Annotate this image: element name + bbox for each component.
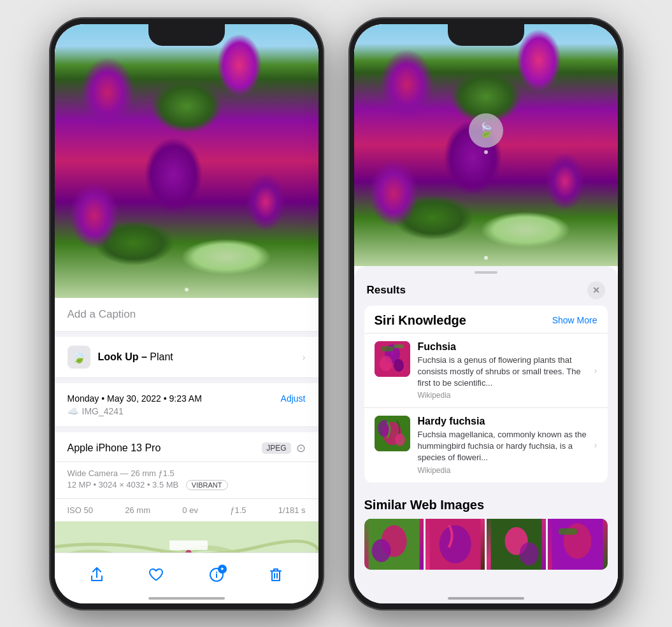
phone-1-screen: Add a Caption 🍃 Look Up – Plant › Monday (55, 24, 318, 603)
camera-section: Apple iPhone 13 Pro JPEG ⊙ Wide Camera —… (55, 432, 318, 521)
fuchsia-text: Fuchsia Fuchsia is a genus of flowering … (418, 341, 589, 400)
knowledge-item-hardy[interactable]: Hardy fuchsia Fuchsia magellanica, commo… (364, 407, 608, 483)
adjust-button[interactable]: Adjust (281, 393, 306, 404)
similar-image-1[interactable] (364, 519, 424, 570)
camera-header: Apple iPhone 13 Pro JPEG ⊙ (55, 432, 318, 462)
exposure-value: 0 ev (182, 505, 198, 515)
section-header: Siri Knowledge Show More (364, 306, 608, 333)
close-button[interactable]: ✕ (587, 281, 605, 299)
flower-photo-1[interactable] (55, 24, 318, 298)
fuchsia-source: Wikipedia (418, 391, 589, 400)
photo-dot-1 (185, 288, 189, 292)
fuchsia-description: Fuchsia is a genus of flowering plants t… (418, 355, 589, 390)
aperture-value: ƒ1.5 (230, 505, 246, 515)
info-scroll[interactable]: Add a Caption 🍃 Look Up – Plant › Monday (55, 298, 318, 553)
home-indicator-1 (148, 597, 225, 600)
phone-2: 🍃 Results ✕ (349, 18, 623, 610)
format-badge: JPEG (262, 442, 290, 454)
similar-images-grid (364, 519, 608, 570)
caption-area[interactable]: Add a Caption (55, 298, 318, 332)
results-content: Siri Knowledge Show More (354, 306, 618, 603)
hardy-chevron-icon: › (594, 440, 597, 450)
lens-spec: Wide Camera — 26 mm ƒ1.5 (68, 468, 306, 478)
show-more-button[interactable]: Show More (552, 315, 597, 325)
hardy-description: Fuchsia magellanica, commonly known as t… (418, 429, 589, 464)
siri-knowledge-title: Siri Knowledge (375, 313, 466, 328)
similar-image-2[interactable] (425, 519, 485, 570)
similar-images-title: Similar Web Images (364, 493, 608, 519)
vibrant-badge: VIBRANT (186, 480, 228, 490)
info-button[interactable]: ✦ (209, 567, 224, 582)
svg-point-8 (394, 359, 404, 372)
knowledge-item-fuchsia[interactable]: Fuchsia Fuchsia is a genus of flowering … (364, 333, 608, 408)
share-button[interactable] (90, 567, 104, 582)
svg-point-17 (371, 539, 390, 562)
svg-rect-25 (559, 528, 578, 535)
filename-row: ☁️ IMG_4241 (68, 406, 306, 416)
flower-photo-2[interactable]: 🍃 (354, 24, 618, 266)
results-header: Results ✕ (354, 274, 618, 306)
date-section: Monday • May 30, 2022 • 9:23 AM Adjust ☁… (55, 383, 318, 427)
date-text: Monday • May 30, 2022 • 9:23 AM (68, 393, 202, 404)
similar-image-4[interactable] (548, 519, 607, 570)
phone-1-content: Add a Caption 🍃 Look Up – Plant › Monday (55, 24, 318, 603)
delete-button[interactable] (269, 567, 283, 582)
fuchsia-name: Fuchsia (418, 341, 589, 353)
phone-2-notch (448, 24, 524, 46)
resolution-spec: 12 MP • 3024 × 4032 • 3.5 MB VIBRANT (68, 480, 306, 490)
fuchsia-chevron-icon: › (594, 365, 597, 376)
hardy-name: Hardy fuchsia (418, 416, 589, 427)
date-row: Monday • May 30, 2022 • 9:23 AM Adjust (68, 393, 306, 404)
info-badge: ✦ (218, 565, 227, 574)
siri-indicator-dot (484, 150, 488, 154)
exif-row: ISO 50 26 mm 0 ev ƒ1.5 1/181 s (55, 499, 318, 521)
similar-image-3[interactable] (487, 519, 546, 570)
siri-vision-icon: 🍃 (68, 346, 90, 369)
siri-visual-lookup-button[interactable]: 🍃 (469, 113, 503, 148)
camera-specs: Wide Camera — 26 mm ƒ1.5 12 MP • 3024 × … (55, 462, 318, 499)
phones-container: Add a Caption 🍃 Look Up – Plant › Monday (50, 18, 623, 610)
svg-point-14 (395, 433, 405, 446)
home-indicator-2 (448, 597, 524, 600)
favorite-button[interactable] (148, 568, 164, 582)
svg-point-22 (520, 542, 539, 565)
svg-point-7 (380, 356, 392, 371)
flower-photo-1-inner (55, 24, 318, 298)
svg-point-19 (439, 525, 471, 563)
svg-rect-10 (394, 344, 404, 348)
results-sheet: Results ✕ Siri Knowledge Show More (354, 266, 618, 603)
hardy-text: Hardy fuchsia Fuchsia magellanica, commo… (418, 416, 589, 475)
hardy-thumbnail (375, 416, 410, 451)
filename-text: IMG_4241 (82, 406, 124, 416)
phone-2-content: 🍃 Results ✕ (354, 24, 618, 603)
phone-1: Add a Caption 🍃 Look Up – Plant › Monday (50, 18, 324, 610)
focal-value: 26 mm (125, 505, 150, 515)
shutter-value: 1/181 s (278, 505, 306, 515)
siri-knowledge-section: Siri Knowledge Show More (364, 306, 608, 483)
map-thumbnail[interactable] (55, 521, 318, 553)
similar-section: Similar Web Images (364, 493, 608, 570)
cloud-icon: ☁️ (68, 406, 78, 416)
fuchsia-thumbnail (375, 341, 410, 377)
toolbar: ✦ (55, 553, 318, 603)
svg-rect-9 (381, 346, 394, 351)
caption-placeholder[interactable]: Add a Caption (68, 308, 136, 320)
results-title: Results (367, 284, 406, 297)
phone-2-screen: 🍃 Results ✕ (354, 24, 618, 603)
settings-icon[interactable]: ⊙ (296, 441, 306, 455)
leaf-icon: 🍃 (477, 122, 494, 139)
lookup-label: Look Up – Plant (98, 351, 173, 363)
hardy-source: Wikipedia (418, 466, 589, 475)
photo-dot-2 (484, 256, 488, 260)
badge-group: JPEG ⊙ (262, 441, 305, 455)
phone-1-notch (148, 24, 225, 46)
lookup-chevron-icon: › (303, 352, 306, 362)
lookup-row[interactable]: 🍃 Look Up – Plant › (55, 337, 318, 378)
svg-rect-1 (169, 540, 208, 550)
camera-name: Apple iPhone 13 Pro (68, 442, 161, 454)
iso-value: ISO 50 (68, 505, 93, 515)
